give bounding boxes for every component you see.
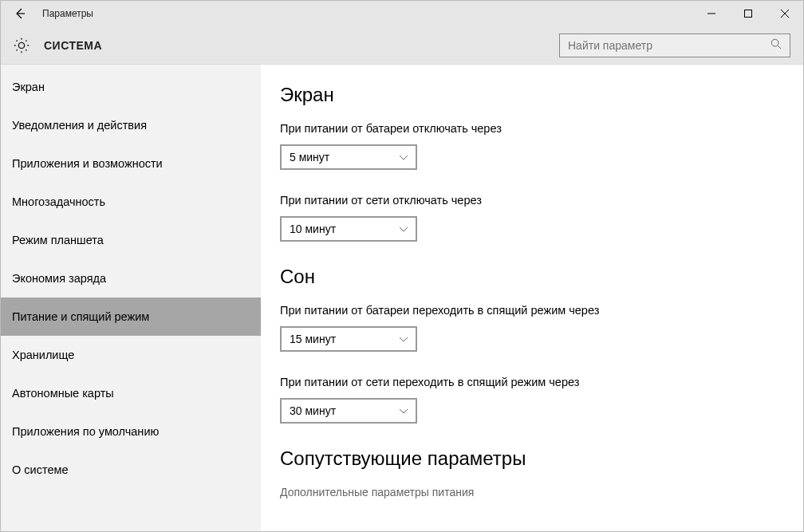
sidebar-item-label: Многозадачность (12, 195, 105, 208)
sidebar-item-label: Экономия заряда (12, 272, 106, 285)
select-value: 15 минут (290, 333, 408, 345)
search-wrap (559, 33, 790, 57)
heading-sleep: Сон (280, 266, 803, 288)
headerbar: СИСТЕМА (1, 26, 803, 65)
sidebar-item-notifications[interactable]: Уведомления и действия (1, 106, 261, 144)
back-button[interactable] (7, 1, 33, 26)
maximize-button[interactable] (730, 1, 767, 26)
sidebar-item-label: О системе (12, 463, 68, 476)
sidebar-item-power-sleep[interactable]: Питание и спящий режим (1, 298, 261, 336)
search-box[interactable] (559, 33, 790, 57)
sidebar-item-apps-features[interactable]: Приложения и возможности (1, 144, 261, 183)
close-button[interactable] (767, 1, 803, 26)
section-title: СИСТЕМА (44, 39, 102, 52)
sidebar-item-label: Экран (12, 81, 45, 93)
sidebar-item-label: Приложения и возможности (12, 157, 163, 170)
titlebar: Параметры (1, 1, 803, 26)
select-screen-plugged[interactable]: 10 минут (280, 216, 417, 242)
select-value: 30 минут (290, 404, 408, 417)
sidebar: Экран Уведомления и действия Приложения … (1, 65, 261, 532)
chevron-down-icon (400, 406, 408, 416)
select-screen-battery[interactable]: 5 минут (280, 144, 417, 170)
heading-screen: Экран (280, 84, 803, 106)
sidebar-item-label: Приложения по умолчанию (12, 425, 159, 438)
sidebar-item-default-apps[interactable]: Приложения по умолчанию (1, 412, 261, 451)
sidebar-item-multitasking[interactable]: Многозадачность (1, 183, 261, 221)
sidebar-item-offline-maps[interactable]: Автономные карты (1, 374, 261, 412)
minimize-icon (707, 10, 715, 18)
arrow-left-icon (14, 7, 26, 20)
search-input[interactable] (568, 39, 770, 52)
sidebar-item-storage[interactable]: Хранилище (1, 336, 261, 374)
chevron-down-icon (400, 152, 408, 162)
svg-rect-0 (745, 10, 752, 18)
label-sleep-battery: При питании от батареи переходить в спящ… (280, 304, 803, 317)
sidebar-item-battery-saver[interactable]: Экономия заряда (1, 259, 261, 298)
sidebar-item-label: Автономные карты (12, 387, 114, 400)
main-panel: Экран При питании от батареи отключать ч… (261, 65, 803, 532)
content: Экран Уведомления и действия Приложения … (1, 65, 803, 532)
select-sleep-plugged[interactable]: 30 минут (280, 398, 417, 424)
chevron-down-icon (400, 334, 408, 344)
sidebar-item-display[interactable]: Экран (1, 68, 261, 106)
heading-related: Сопутствующие параметры (280, 447, 803, 470)
label-screen-plugged: При питании от сети отключать через (280, 194, 803, 207)
minimize-button[interactable] (693, 1, 730, 26)
window-title: Параметры (42, 8, 93, 19)
select-sleep-battery[interactable]: 15 минут (280, 326, 417, 352)
select-value: 5 минут (290, 151, 408, 164)
label-sleep-plugged: При питании от сети переходить в спящий … (280, 376, 803, 388)
window-controls (693, 1, 803, 26)
search-icon (770, 38, 782, 52)
sidebar-item-label: Уведомления и действия (12, 119, 147, 132)
link-additional-power[interactable]: Дополнительные параметры питания (280, 486, 803, 499)
sidebar-item-tablet-mode[interactable]: Режим планшета (1, 221, 261, 259)
svg-point-1 (771, 39, 778, 46)
select-value: 10 минут (290, 223, 408, 235)
sidebar-item-label: Режим планшета (12, 234, 104, 246)
maximize-icon (744, 10, 752, 18)
sidebar-item-label: Хранилище (12, 349, 74, 361)
sidebar-item-label: Питание и спящий режим (12, 310, 149, 323)
sidebar-item-about[interactable]: О системе (1, 451, 261, 489)
chevron-down-icon (400, 224, 408, 234)
label-screen-battery: При питании от батареи отключать через (280, 122, 803, 135)
close-icon (781, 10, 789, 18)
gear-icon (12, 36, 31, 55)
